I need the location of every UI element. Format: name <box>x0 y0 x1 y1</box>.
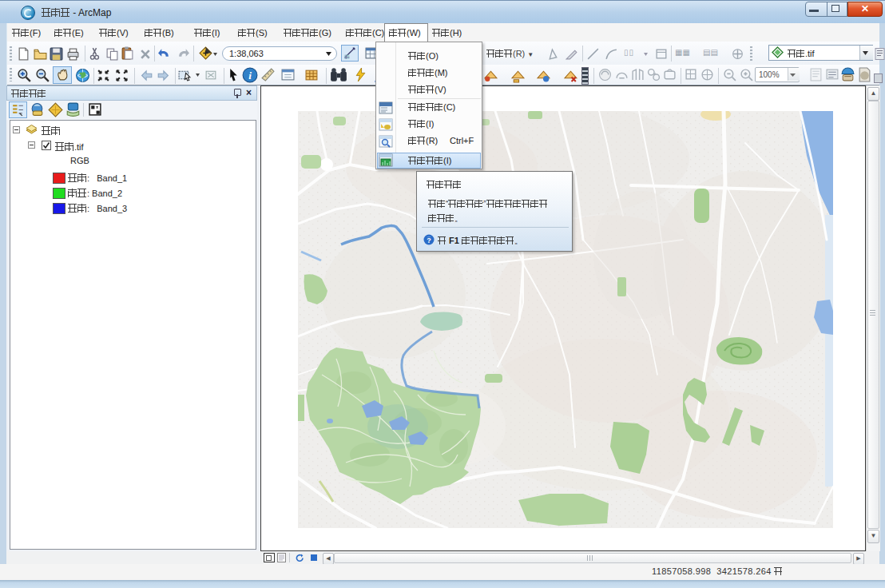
svg-text:i: i <box>248 70 252 81</box>
svg-text:?: ? <box>427 236 431 244</box>
